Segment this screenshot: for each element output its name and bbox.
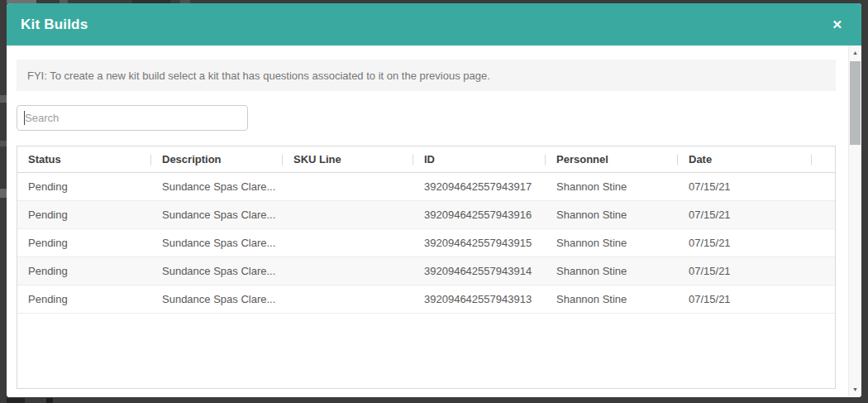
cell-description: Sundance Spas Clare... <box>151 180 283 193</box>
backdrop-artifact <box>7 398 25 403</box>
close-icon[interactable]: ✕ <box>828 15 846 34</box>
text-caret <box>24 111 25 125</box>
table-row[interactable]: Pending Sundance Spas Clare... 392094642… <box>17 173 835 201</box>
cell-date: 07/15/21 <box>678 293 812 305</box>
modal-content: FYI: To create a new kit build select a … <box>7 46 848 397</box>
backdrop-artifact <box>0 189 7 198</box>
cell-personnel: Shannon Stine <box>546 180 678 193</box>
cell-personnel: Shannon Stine <box>546 237 678 249</box>
cell-id: 392094642557943914 <box>413 265 546 277</box>
scrollbar-thumb[interactable] <box>850 61 861 145</box>
cell-status: Pending <box>17 293 151 305</box>
modal-title: Kit Builds <box>21 17 88 33</box>
cell-status: Pending <box>17 265 151 277</box>
cell-status: Pending <box>17 237 151 249</box>
table-header: Status Description SKU Line ID Personnel… <box>17 146 835 173</box>
cell-status: Pending <box>17 180 151 193</box>
cell-description: Sundance Spas Clare... <box>151 209 283 221</box>
search-input[interactable] <box>17 105 248 131</box>
info-banner-text: FYI: To create a new kit build select a … <box>27 70 490 82</box>
cell-date: 07/15/21 <box>678 209 812 221</box>
cell-description: Sundance Spas Clare... <box>151 237 283 249</box>
cell-status: Pending <box>17 209 151 221</box>
column-header-personnel[interactable]: Personnel <box>546 146 678 172</box>
cell-id: 392094642557943913 <box>413 293 546 305</box>
cell-id: 392094642557943916 <box>413 209 546 221</box>
backdrop-artifact <box>46 398 53 403</box>
cell-personnel: Shannon Stine <box>546 293 678 305</box>
cell-date: 07/15/21 <box>678 237 812 249</box>
backdrop-artifact <box>0 141 7 146</box>
table-row[interactable]: Pending Sundance Spas Clare... 392094642… <box>17 201 835 229</box>
scroll-up-icon[interactable]: ▲ <box>849 48 861 58</box>
cell-id: 392094642557943915 <box>413 237 546 249</box>
table-row[interactable]: Pending Sundance Spas Clare... 392094642… <box>17 285 835 314</box>
table-row[interactable]: Pending Sundance Spas Clare... 392094642… <box>17 257 835 285</box>
column-header-date[interactable]: Date <box>678 146 812 172</box>
column-header-description[interactable]: Description <box>151 146 283 172</box>
cell-date: 07/15/21 <box>678 180 812 193</box>
backdrop-artifact <box>0 95 7 103</box>
cell-personnel: Shannon Stine <box>546 209 678 221</box>
info-banner: FYI: To create a new kit build select a … <box>17 60 836 91</box>
modal-body: FYI: To create a new kit build select a … <box>7 46 861 397</box>
cell-personnel: Shannon Stine <box>546 265 678 277</box>
cell-description: Sundance Spas Clare... <box>151 265 283 277</box>
table-row[interactable]: Pending Sundance Spas Clare... 392094642… <box>17 229 835 257</box>
column-header-status[interactable]: Status <box>17 146 151 172</box>
cell-description: Sundance Spas Clare... <box>151 293 283 305</box>
scroll-down-icon[interactable]: ▼ <box>849 385 861 395</box>
column-header-sku-line[interactable]: SKU Line <box>283 146 413 172</box>
vertical-scrollbar[interactable]: ▲ ▼ <box>848 46 861 397</box>
kit-builds-modal: Kit Builds ✕ FYI: To create a new kit bu… <box>7 3 861 397</box>
search-wrap <box>17 105 248 131</box>
cell-date: 07/15/21 <box>678 265 812 277</box>
column-header-id[interactable]: ID <box>413 146 546 172</box>
modal-header: Kit Builds ✕ <box>7 3 861 46</box>
kit-builds-table: Status Description SKU Line ID Personnel… <box>17 146 836 389</box>
cell-id: 392094642557943917 <box>413 180 546 193</box>
